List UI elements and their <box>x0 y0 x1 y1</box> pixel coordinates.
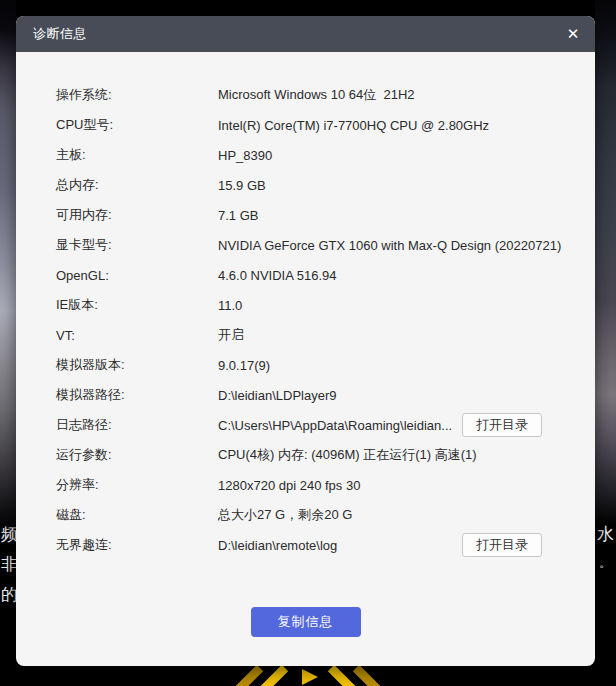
background-left-strip <box>0 0 16 686</box>
row-value: 总大小27 G，剩余20 G <box>218 506 579 524</box>
background-edge-text: 水 <box>597 526 614 543</box>
row-label: 总内存: <box>56 176 218 194</box>
background-edge-text: 。 <box>599 556 612 569</box>
row-value: D:\leidian\remote\log <box>218 538 462 553</box>
row-label: 模拟器版本: <box>56 356 218 374</box>
row-label: OpenGL: <box>56 268 218 283</box>
row-label: 可用内存: <box>56 206 218 224</box>
table-row: 磁盘: 总大小27 G，剩余20 G <box>16 500 595 530</box>
row-value: 开启 <box>218 326 579 344</box>
row-value: Intel(R) Core(TM) i7-7700HQ CPU @ 2.80GH… <box>218 118 579 133</box>
table-row: IE版本: 11.0 <box>16 290 595 320</box>
table-row: 模拟器版本: 9.0.17(9) <box>16 350 595 380</box>
row-value: NVIDIA GeForce GTX 1060 with Max-Q Desig… <box>218 238 579 253</box>
row-label: 运行参数: <box>56 446 218 464</box>
row-value: HP_8390 <box>218 148 579 163</box>
close-icon[interactable]: ✕ <box>559 20 587 48</box>
open-directory-button[interactable]: 打开目录 <box>462 533 542 557</box>
row-label: 操作系统: <box>56 86 218 104</box>
table-row: 可用内存: 7.1 GB <box>16 200 595 230</box>
dialog-titlebar: 诊断信息 ✕ <box>16 16 595 52</box>
row-label: 无界趣连: <box>56 536 218 554</box>
row-label: 显卡型号: <box>56 236 218 254</box>
row-label: IE版本: <box>56 296 218 314</box>
table-row: 无界趣连: D:\leidian\remote\log 打开目录 <box>16 530 595 560</box>
background-right-strip <box>595 0 616 686</box>
page-title: 诊断信息 <box>16 25 87 43</box>
row-label: VT: <box>56 328 218 343</box>
row-label: 磁盘: <box>56 506 218 524</box>
row-label: 分辨率: <box>56 476 218 494</box>
table-row: 日志路径: C:\Users\HP\AppData\Roaming\leidia… <box>16 410 595 440</box>
table-row: CPU型号: Intel(R) Core(TM) i7-7700HQ CPU @… <box>16 110 595 140</box>
table-row: 模拟器路径: D:\leidian\LDPlayer9 <box>16 380 595 410</box>
row-label: 日志路径: <box>56 416 218 434</box>
row-value: CPU(4核) 内存: (4096M) 正在运行(1) 高速(1) <box>218 446 579 464</box>
table-row: OpenGL: 4.6.0 NVIDIA 516.94 <box>16 260 595 290</box>
row-value: 1280x720 dpi 240 fps 30 <box>218 478 579 493</box>
row-value: Microsoft Windows 10 64位 21H2 <box>218 86 579 104</box>
table-row: 主板: HP_8390 <box>16 140 595 170</box>
start-emblem[interactable]: START <box>208 666 408 686</box>
table-row: 操作系统: Microsoft Windows 10 64位 21H2 <box>16 80 595 110</box>
row-value: C:\Users\HP\AppData\Roaming\leidian... <box>218 418 462 433</box>
table-row: 分辨率: 1280x720 dpi 240 fps 30 <box>16 470 595 500</box>
row-value: D:\leidian\LDPlayer9 <box>218 388 579 403</box>
diagnostic-info-dialog: 诊断信息 ✕ 操作系统: Microsoft Windows 10 64位 21… <box>16 16 595 666</box>
info-table: 操作系统: Microsoft Windows 10 64位 21H2 CPU型… <box>16 52 595 560</box>
row-label: CPU型号: <box>56 116 218 134</box>
row-label: 模拟器路径: <box>56 386 218 404</box>
row-value: 9.0.17(9) <box>218 358 579 373</box>
open-directory-button[interactable]: 打开目录 <box>462 413 542 437</box>
row-value: 11.0 <box>218 298 579 313</box>
table-row: 总内存: 15.9 GB <box>16 170 595 200</box>
row-value: 15.9 GB <box>218 178 579 193</box>
start-play-icon: START <box>208 666 408 686</box>
table-row: VT: 开启 <box>16 320 595 350</box>
row-value: 7.1 GB <box>218 208 579 223</box>
copy-info-button[interactable]: 复制信息 <box>251 607 361 637</box>
row-value: 4.6.0 NVIDIA 516.94 <box>218 268 579 283</box>
table-row: 运行参数: CPU(4核) 内存: (4096M) 正在运行(1) 高速(1) <box>16 440 595 470</box>
row-label: 主板: <box>56 146 218 164</box>
table-row: 显卡型号: NVIDIA GeForce GTX 1060 with Max-Q… <box>16 230 595 260</box>
